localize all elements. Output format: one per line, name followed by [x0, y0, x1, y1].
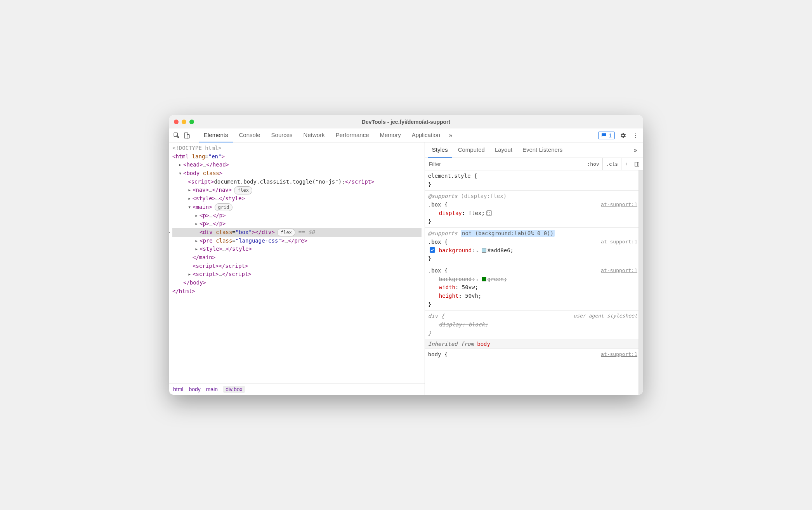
dom-p1[interactable]: ▸<p>…</p> — [172, 212, 422, 220]
svg-rect-3 — [635, 162, 639, 166]
breadcrumb-body[interactable]: body — [189, 386, 200, 392]
styles-panel: Styles Computed Layout Event Listeners »… — [425, 142, 643, 395]
highlighted-condition: not (background:lab(0% 0 0)) — [461, 230, 555, 237]
rule-supports-flex[interactable]: @supports (display:flex) .box {at-suppor… — [425, 191, 643, 228]
devtools-window: DevTools - jec.fyi/demo/at-support Eleme… — [169, 115, 643, 395]
dom-html-close[interactable]: </html> — [172, 287, 422, 296]
maximize-window-button[interactable] — [189, 120, 194, 124]
main-toolbar: Elements Console Sources Network Perform… — [169, 128, 643, 142]
traffic-lights — [174, 120, 194, 124]
expand-shorthand-icon[interactable]: ▸ — [477, 248, 479, 254]
tab-elements[interactable]: Elements — [199, 128, 233, 142]
dom-body-close[interactable]: </body> — [172, 279, 422, 287]
property-checkbox[interactable] — [430, 247, 435, 253]
dom-p2[interactable]: ▸<p>…</p> — [172, 220, 422, 228]
styles-tab-eventlisteners[interactable]: Event Listeners — [519, 143, 566, 158]
dom-pre[interactable]: ▸<pre class="language-css">…</pre> — [172, 237, 422, 245]
rule-body[interactable]: body {at-support:1 — [425, 349, 643, 361]
breadcrumb-main[interactable]: main — [206, 386, 218, 392]
flex-editor-icon[interactable] — [486, 210, 492, 216]
dom-body-open[interactable]: ▾<body class> — [172, 169, 422, 178]
element-style-block[interactable]: element.style { } — [425, 170, 643, 191]
styles-tab-styles[interactable]: Styles — [428, 143, 452, 158]
expand-shorthand-icon[interactable]: ▸ — [477, 277, 479, 283]
toolbar-right: 1 ⋮ — [598, 131, 640, 140]
flex-badge[interactable]: flex — [277, 229, 295, 237]
styles-body[interactable]: element.style { } @supports (display:fle… — [425, 170, 643, 395]
minimize-window-button[interactable] — [182, 120, 186, 124]
rule-supports-not-lab[interactable]: @supports not (background:lab(0% 0 0)) .… — [425, 228, 643, 265]
titlebar: DevTools - jec.fyi/demo/at-support — [169, 115, 643, 128]
cls-button[interactable]: .cls — [602, 158, 621, 170]
color-swatch[interactable] — [482, 277, 486, 281]
issues-count: 1 — [609, 132, 612, 139]
styles-filter-input[interactable] — [425, 161, 584, 167]
dom-style[interactable]: ▸<style>…</style> — [172, 194, 422, 203]
dom-head[interactable]: ▸<head>…</head> — [172, 161, 422, 169]
breadcrumb-current[interactable]: div.box — [223, 386, 245, 393]
source-link[interactable]: at-support:1 — [601, 238, 637, 246]
dom-script-inline[interactable]: <script>document.body.classList.toggle("… — [172, 178, 422, 186]
dom-div-box-selected[interactable]: <div class="box"></div>flex== $0 — [172, 228, 422, 237]
inherited-from-body: Inherited from body — [425, 339, 643, 349]
settings-icon[interactable] — [619, 131, 627, 140]
source-link[interactable]: at-support:1 — [601, 201, 637, 208]
styles-tabs: Styles Computed Layout Event Listeners » — [425, 142, 643, 158]
kebab-menu-icon[interactable]: ⋮ — [631, 131, 640, 140]
dom-main-close[interactable]: </main> — [172, 253, 422, 262]
dom-main-open[interactable]: ▾<main>grid — [172, 203, 422, 212]
elements-panel: <!DOCTYPE html> <html lang="en"> ▸<head>… — [169, 142, 425, 395]
dom-html-open[interactable]: <html lang="en"> — [172, 153, 422, 161]
content-area: <!DOCTYPE html> <html lang="en"> ▸<head>… — [169, 142, 643, 395]
grid-badge[interactable]: grid — [215, 203, 233, 212]
flex-badge[interactable]: flex — [234, 186, 252, 194]
breadcrumb: html body main div.box — [169, 383, 425, 395]
tab-console[interactable]: Console — [234, 128, 265, 142]
dom-style2[interactable]: ▸<style>…</style> — [172, 245, 422, 253]
rule-box[interactable]: .box {at-support:1 background:▸green; wi… — [425, 265, 643, 311]
styles-tab-computed[interactable]: Computed — [454, 143, 489, 158]
styles-tab-layout[interactable]: Layout — [491, 143, 516, 158]
new-style-button[interactable]: + — [621, 158, 631, 170]
rule-div-ua[interactable]: div {user agent stylesheet display: bloc… — [425, 311, 643, 339]
tab-application[interactable]: Application — [407, 128, 445, 142]
window-title: DevTools - jec.fyi/demo/at-support — [169, 119, 643, 125]
close-window-button[interactable] — [174, 120, 179, 124]
inspect-element-icon[interactable] — [172, 131, 181, 140]
source-link[interactable]: at-support:1 — [601, 350, 637, 358]
divider — [195, 131, 195, 140]
ua-stylesheet-label: user agent stylesheet — [574, 312, 637, 320]
dom-nav[interactable]: ▸<nav>…</nav>flex — [172, 186, 422, 194]
hov-button[interactable]: :hov — [584, 158, 602, 170]
tab-sources[interactable]: Sources — [267, 128, 297, 142]
selection-marker: == $0 — [298, 229, 315, 235]
computed-sidebar-icon[interactable] — [631, 158, 643, 170]
filter-row: :hov .cls + — [425, 158, 643, 170]
tab-performance[interactable]: Performance — [331, 128, 374, 142]
device-toolbar-icon[interactable] — [182, 131, 191, 140]
color-swatch[interactable] — [482, 248, 486, 253]
more-tabs-icon[interactable]: » — [446, 131, 455, 140]
dom-script-empty[interactable]: <script></script> — [172, 262, 422, 271]
tab-memory[interactable]: Memory — [375, 128, 406, 142]
tab-network[interactable]: Network — [299, 128, 330, 142]
svg-rect-2 — [187, 134, 189, 138]
dom-tree[interactable]: <!DOCTYPE html> <html lang="en"> ▸<head>… — [169, 142, 425, 383]
issues-badge[interactable]: 1 — [598, 132, 615, 139]
more-styles-tabs-icon[interactable]: » — [631, 146, 640, 154]
dom-doctype[interactable]: <!DOCTYPE html> — [172, 144, 422, 153]
source-link[interactable]: at-support:1 — [601, 267, 637, 274]
dom-script-collapsed[interactable]: ▸<script>…</script> — [172, 270, 422, 279]
breadcrumb-html[interactable]: html — [173, 386, 183, 392]
